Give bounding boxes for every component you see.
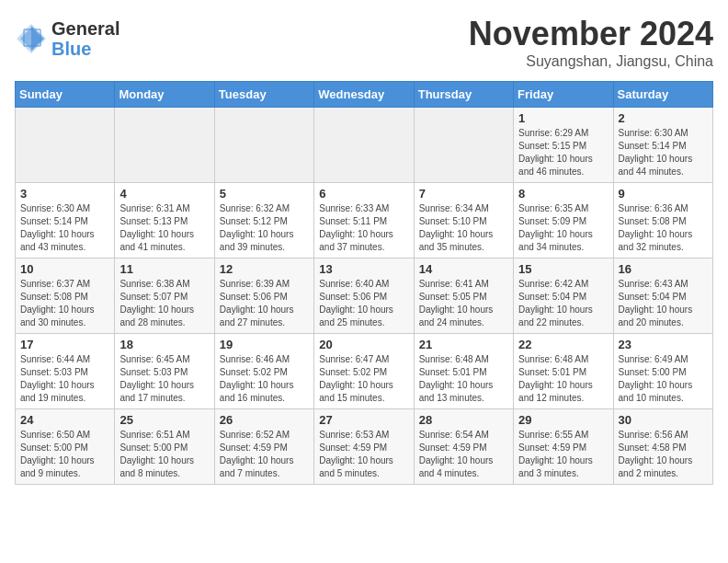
day-info: Sunrise: 6:32 AM Sunset: 5:12 PM Dayligh…: [220, 202, 309, 254]
day-number: 26: [220, 413, 309, 427]
day-number: 16: [619, 262, 708, 276]
day-number: 14: [419, 262, 508, 276]
day-info: Sunrise: 6:49 AM Sunset: 5:00 PM Dayligh…: [619, 353, 708, 405]
calendar-cell: 24Sunrise: 6:50 AM Sunset: 5:00 PM Dayli…: [16, 409, 115, 485]
calendar-cell: 7Sunrise: 6:34 AM Sunset: 5:10 PM Daylig…: [414, 183, 513, 259]
calendar-cell: 16Sunrise: 6:43 AM Sunset: 5:04 PM Dayli…: [613, 259, 712, 334]
calendar-cell: 10Sunrise: 6:37 AM Sunset: 5:08 PM Dayli…: [16, 259, 115, 334]
day-number: 13: [319, 262, 408, 276]
calendar-cell: 6Sunrise: 6:33 AM Sunset: 5:11 PM Daylig…: [314, 183, 414, 259]
calendar-cell: [314, 108, 414, 183]
calendar-cell: 26Sunrise: 6:52 AM Sunset: 4:59 PM Dayli…: [214, 409, 313, 485]
day-number: 2: [619, 111, 708, 125]
day-number: 25: [119, 413, 209, 427]
day-info: Sunrise: 6:42 AM Sunset: 5:04 PM Dayligh…: [518, 278, 608, 329]
calendar-cell: 4Sunrise: 6:31 AM Sunset: 5:13 PM Daylig…: [115, 183, 214, 259]
day-number: 21: [419, 338, 508, 351]
header-cell-friday: Friday: [514, 82, 613, 108]
day-info: Sunrise: 6:48 AM Sunset: 5:01 PM Dayligh…: [518, 353, 608, 405]
logo-text: General Blue: [51, 18, 119, 59]
day-number: 8: [518, 187, 608, 201]
title-block: November 2024 Suyangshan, Jiangsu, China: [469, 15, 713, 70]
logo-line1: General: [51, 18, 119, 39]
calendar-cell: 11Sunrise: 6:38 AM Sunset: 5:07 PM Dayli…: [115, 259, 214, 334]
calendar-cell: 18Sunrise: 6:45 AM Sunset: 5:03 PM Dayli…: [115, 334, 214, 409]
header-cell-thursday: Thursday: [414, 82, 513, 108]
day-info: Sunrise: 6:41 AM Sunset: 5:05 PM Dayligh…: [419, 278, 508, 329]
day-number: 10: [20, 262, 109, 276]
day-info: Sunrise: 6:44 AM Sunset: 5:03 PM Dayligh…: [20, 353, 109, 405]
day-number: 9: [619, 187, 708, 201]
calendar-body: 1Sunrise: 6:29 AM Sunset: 5:15 PM Daylig…: [16, 108, 713, 485]
day-number: 18: [119, 338, 209, 351]
calendar-table: SundayMondayTuesdayWednesdayThursdayFrid…: [15, 81, 713, 485]
header-cell-sunday: Sunday: [16, 82, 115, 108]
calendar-cell: [115, 108, 214, 183]
day-number: 3: [20, 187, 109, 201]
calendar-week-3: 10Sunrise: 6:37 AM Sunset: 5:08 PM Dayli…: [16, 259, 713, 334]
location: Suyangshan, Jiangsu, China: [469, 53, 713, 70]
calendar-header: SundayMondayTuesdayWednesdayThursdayFrid…: [16, 82, 713, 108]
calendar-cell: 8Sunrise: 6:35 AM Sunset: 5:09 PM Daylig…: [514, 183, 613, 259]
day-number: 7: [419, 187, 508, 201]
day-info: Sunrise: 6:34 AM Sunset: 5:10 PM Dayligh…: [419, 202, 508, 254]
calendar-cell: 13Sunrise: 6:40 AM Sunset: 5:06 PM Dayli…: [314, 259, 414, 334]
calendar-cell: 29Sunrise: 6:55 AM Sunset: 4:59 PM Dayli…: [514, 409, 613, 485]
calendar-week-2: 3Sunrise: 6:30 AM Sunset: 5:14 PM Daylig…: [16, 183, 713, 259]
day-info: Sunrise: 6:30 AM Sunset: 5:14 PM Dayligh…: [20, 202, 109, 254]
day-info: Sunrise: 6:43 AM Sunset: 5:04 PM Dayligh…: [619, 278, 708, 329]
day-info: Sunrise: 6:38 AM Sunset: 5:07 PM Dayligh…: [119, 278, 209, 329]
calendar-cell: 23Sunrise: 6:49 AM Sunset: 5:00 PM Dayli…: [613, 334, 712, 409]
calendar-cell: 22Sunrise: 6:48 AM Sunset: 5:01 PM Dayli…: [514, 334, 613, 409]
day-info: Sunrise: 6:35 AM Sunset: 5:09 PM Dayligh…: [518, 202, 608, 254]
day-number: 24: [20, 413, 109, 427]
day-info: Sunrise: 6:45 AM Sunset: 5:03 PM Dayligh…: [119, 353, 209, 405]
calendar-cell: 27Sunrise: 6:53 AM Sunset: 4:59 PM Dayli…: [314, 409, 414, 485]
day-number: 17: [20, 338, 109, 351]
day-number: 29: [518, 413, 608, 427]
day-info: Sunrise: 6:51 AM Sunset: 5:00 PM Dayligh…: [119, 429, 209, 480]
day-info: Sunrise: 6:56 AM Sunset: 4:58 PM Dayligh…: [619, 429, 708, 480]
day-info: Sunrise: 6:30 AM Sunset: 5:14 PM Dayligh…: [619, 127, 708, 178]
calendar-cell: 9Sunrise: 6:36 AM Sunset: 5:08 PM Daylig…: [613, 183, 712, 259]
day-info: Sunrise: 6:55 AM Sunset: 4:59 PM Dayligh…: [518, 429, 608, 480]
header-cell-monday: Monday: [115, 82, 214, 108]
calendar-cell: 21Sunrise: 6:48 AM Sunset: 5:01 PM Dayli…: [414, 334, 513, 409]
day-number: 11: [119, 262, 209, 276]
day-info: Sunrise: 6:52 AM Sunset: 4:59 PM Dayligh…: [220, 429, 309, 480]
logo-line2: Blue: [51, 39, 91, 59]
calendar-cell: [214, 108, 313, 183]
day-info: Sunrise: 6:36 AM Sunset: 5:08 PM Dayligh…: [619, 202, 708, 254]
day-info: Sunrise: 6:39 AM Sunset: 5:06 PM Dayligh…: [220, 278, 309, 329]
day-info: Sunrise: 6:54 AM Sunset: 4:59 PM Dayligh…: [419, 429, 508, 480]
calendar-cell: 15Sunrise: 6:42 AM Sunset: 5:04 PM Dayli…: [514, 259, 613, 334]
calendar-cell: 25Sunrise: 6:51 AM Sunset: 5:00 PM Dayli…: [115, 409, 214, 485]
day-number: 22: [518, 338, 608, 351]
day-info: Sunrise: 6:40 AM Sunset: 5:06 PM Dayligh…: [319, 278, 408, 329]
calendar-cell: 3Sunrise: 6:30 AM Sunset: 5:14 PM Daylig…: [16, 183, 115, 259]
calendar-week-5: 24Sunrise: 6:50 AM Sunset: 5:00 PM Dayli…: [16, 409, 713, 485]
calendar-cell: [414, 108, 513, 183]
day-number: 4: [119, 187, 209, 201]
day-info: Sunrise: 6:50 AM Sunset: 5:00 PM Dayligh…: [20, 429, 109, 480]
day-number: 1: [518, 111, 608, 125]
day-info: Sunrise: 6:46 AM Sunset: 5:02 PM Dayligh…: [220, 353, 309, 405]
day-number: 19: [220, 338, 309, 351]
calendar-cell: 14Sunrise: 6:41 AM Sunset: 5:05 PM Dayli…: [414, 259, 513, 334]
calendar-cell: 2Sunrise: 6:30 AM Sunset: 5:14 PM Daylig…: [613, 108, 712, 183]
day-info: Sunrise: 6:31 AM Sunset: 5:13 PM Dayligh…: [119, 202, 209, 254]
header-row: SundayMondayTuesdayWednesdayThursdayFrid…: [16, 82, 713, 108]
day-number: 30: [619, 413, 708, 427]
logo: General Blue: [15, 18, 119, 59]
calendar-cell: 20Sunrise: 6:47 AM Sunset: 5:02 PM Dayli…: [314, 334, 414, 409]
header-cell-tuesday: Tuesday: [214, 82, 313, 108]
day-number: 6: [319, 187, 408, 201]
calendar-cell: 19Sunrise: 6:46 AM Sunset: 5:02 PM Dayli…: [214, 334, 313, 409]
header-cell-wednesday: Wednesday: [314, 82, 414, 108]
day-number: 28: [419, 413, 508, 427]
calendar-cell: 30Sunrise: 6:56 AM Sunset: 4:58 PM Dayli…: [613, 409, 712, 485]
day-number: 5: [220, 187, 309, 201]
calendar-week-4: 17Sunrise: 6:44 AM Sunset: 5:03 PM Dayli…: [16, 334, 713, 409]
day-info: Sunrise: 6:37 AM Sunset: 5:08 PM Dayligh…: [20, 278, 109, 329]
day-number: 23: [619, 338, 708, 351]
